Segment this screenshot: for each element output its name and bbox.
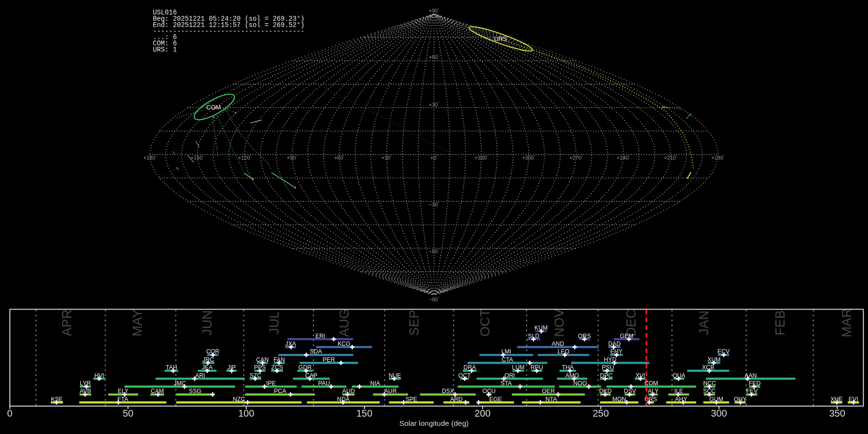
- svg-text:SLD: SLD: [528, 333, 540, 339]
- svg-text:HYD: HYD: [604, 356, 616, 363]
- svg-text:FED: FED: [749, 380, 761, 387]
- svg-text:GDR: GDR: [298, 364, 312, 371]
- svg-text:350: 350: [829, 408, 845, 419]
- svg-text:SEP: SEP: [407, 310, 421, 336]
- svg-text:SZC: SZC: [249, 372, 261, 379]
- svg-text:GUM: GUM: [709, 396, 723, 403]
- svg-text:−30°: −30°: [429, 201, 439, 207]
- svg-text:CAN: CAN: [256, 356, 269, 363]
- svg-text:+180°: +180°: [711, 154, 725, 161]
- svg-text:FAN: FAN: [273, 356, 285, 363]
- svg-text:NZC: NZC: [233, 396, 245, 403]
- svg-text:AHY: AHY: [675, 396, 687, 403]
- svg-text:DAD: DAD: [608, 340, 621, 347]
- svg-text:AMO: AMO: [565, 372, 579, 379]
- svg-text:GEM: GEM: [620, 333, 633, 339]
- svg-text:CAM: CAM: [151, 388, 164, 394]
- svg-text:PER: PER: [323, 356, 335, 363]
- svg-text:APR: APR: [60, 310, 74, 337]
- svg-text:EVI: EVI: [849, 396, 858, 403]
- svg-text:IPE: IPE: [266, 380, 276, 387]
- svg-text:CTA: CTA: [502, 356, 513, 363]
- svg-text:URS: 1: URS: 1: [153, 46, 177, 54]
- svg-text:DSV: DSV: [624, 388, 637, 394]
- svg-text:JEA: JEA: [202, 364, 213, 371]
- svg-text:OHY: OHY: [734, 396, 747, 403]
- svg-text:Solar longitude (deg): Solar longitude (deg): [399, 419, 469, 427]
- svg-text:URS: URS: [494, 35, 507, 42]
- svg-text:SSG: SSG: [189, 388, 202, 394]
- svg-text:COM: COM: [206, 104, 221, 111]
- svg-text:QUA: QUA: [673, 372, 686, 379]
- svg-text:EHY: EHY: [610, 348, 623, 355]
- svg-text:CAP: CAP: [305, 372, 317, 379]
- svg-text:HVI: HVI: [95, 372, 105, 379]
- svg-text:THA: THA: [562, 364, 574, 371]
- svg-text:DPC: DPC: [600, 372, 612, 379]
- svg-text:+90°: +90°: [287, 154, 298, 161]
- svg-text:+60°: +60°: [334, 154, 345, 161]
- svg-text:NDA: NDA: [337, 396, 350, 403]
- svg-text:+30°: +30°: [429, 101, 439, 108]
- svg-text:JUN: JUN: [200, 310, 215, 336]
- svg-text:MAY: MAY: [130, 309, 145, 337]
- svg-text:NCC: NCC: [703, 380, 716, 387]
- svg-text:OCU: OCU: [482, 388, 495, 394]
- svg-text:COM: COM: [644, 380, 658, 387]
- svg-text:JUL: JUL: [267, 311, 282, 334]
- svg-text:JIP: JIP: [227, 364, 236, 371]
- svg-text:FEB: FEB: [773, 310, 787, 336]
- svg-text:DRA: DRA: [463, 364, 476, 371]
- svg-text:ORS: ORS: [578, 333, 591, 339]
- svg-text:EGE: EGE: [489, 396, 502, 403]
- svg-text:LYR: LYR: [80, 380, 91, 387]
- svg-text:ZCS: ZCS: [271, 364, 283, 371]
- svg-text:ORI: ORI: [504, 372, 515, 379]
- svg-text:RPU: RPU: [530, 364, 543, 371]
- svg-text:−60°: −60°: [429, 248, 439, 254]
- svg-text:AAN: AAN: [745, 372, 757, 379]
- svg-text:AUD: AUD: [342, 388, 355, 394]
- svg-text:XCB: XCB: [702, 364, 714, 371]
- svg-text:MON: MON: [612, 396, 626, 403]
- svg-text:ALY: ALY: [648, 388, 658, 394]
- svg-text:LEO: LEO: [557, 348, 570, 355]
- svg-text:AUR: AUR: [384, 388, 397, 394]
- svg-text:KSE: KSE: [51, 396, 63, 403]
- svg-text:+60°: +60°: [429, 54, 439, 60]
- svg-text:JXA: JXA: [285, 340, 297, 347]
- svg-text:PAU: PAU: [318, 380, 330, 387]
- svg-text:SDA: SDA: [310, 348, 322, 355]
- svg-text:LUM: LUM: [512, 364, 525, 371]
- svg-text:MAR: MAR: [840, 309, 854, 338]
- svg-text:0: 0: [7, 408, 13, 419]
- svg-text:FEV: FEV: [746, 388, 758, 394]
- svg-text:JMC: JMC: [174, 380, 186, 387]
- svg-text:JRC: JRC: [203, 356, 214, 363]
- svg-text:100: 100: [238, 408, 254, 419]
- svg-text:+120°: +120°: [238, 154, 252, 161]
- svg-text:ILE: ILE: [674, 388, 683, 394]
- svg-text:+150°: +150°: [190, 154, 204, 161]
- svg-text:URS: URS: [645, 396, 657, 403]
- svg-text:+180°: +180°: [143, 154, 157, 161]
- svg-text:KUM: KUM: [534, 325, 547, 331]
- svg-text:ELY: ELY: [118, 388, 128, 394]
- svg-text:PSU: PSU: [602, 364, 614, 371]
- svg-text:FTA: FTA: [118, 396, 129, 403]
- svg-text:NUE: NUE: [389, 372, 401, 379]
- svg-text:50: 50: [122, 408, 133, 419]
- svg-text:−90°: −90°: [429, 296, 439, 302]
- svg-text:PPS: PPS: [254, 364, 266, 371]
- svg-text:XHE: XHE: [830, 396, 842, 403]
- svg-text:OCT: OCT: [458, 372, 471, 379]
- svg-text:AVB: AVB: [80, 388, 91, 394]
- svg-text:NOV: NOV: [552, 309, 567, 337]
- svg-text:ERI: ERI: [315, 333, 326, 339]
- svg-text:DSX: DSX: [442, 388, 454, 394]
- svg-text:STA: STA: [501, 380, 512, 387]
- svg-text:PCA: PCA: [274, 388, 286, 394]
- svg-text:XUM: XUM: [707, 356, 720, 363]
- svg-text:+300°: +300°: [522, 154, 535, 161]
- svg-text:AUG: AUG: [337, 309, 352, 337]
